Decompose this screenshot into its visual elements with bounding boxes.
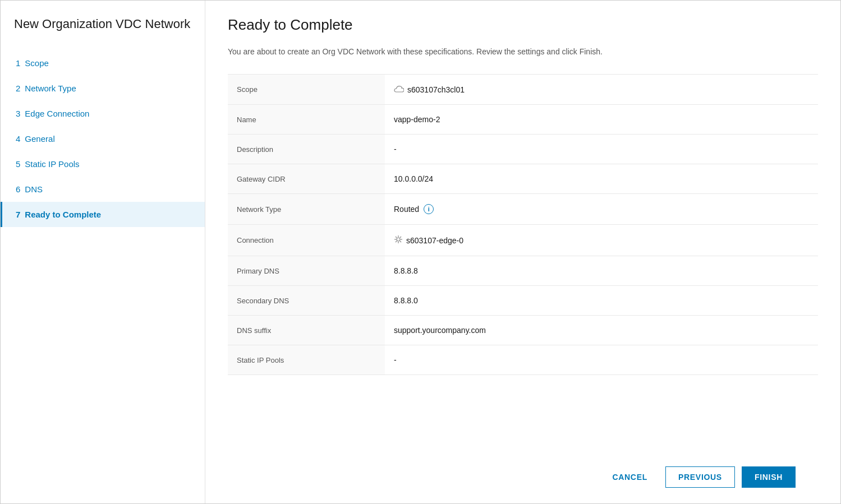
step-num-7: 7 <box>16 210 20 219</box>
row-value-secondary-dns: 8.8.8.0 <box>385 286 818 316</box>
cancel-button[interactable]: CANCEL <box>601 467 659 487</box>
footer: CANCEL PREVIOUS FINISH <box>228 455 818 503</box>
dialog-inner: New Organization VDC Network 1 Scope 2 N… <box>1 1 840 503</box>
cloud-icon <box>394 85 404 94</box>
svg-line-5 <box>396 237 397 238</box>
sidebar-label-edge-connection: Edge Connection <box>25 109 89 118</box>
connection-text: s603107-edge-0 <box>406 236 463 245</box>
row-value-static-ip-pools: - <box>385 345 818 375</box>
step-num-4: 4 <box>16 134 20 144</box>
svg-line-8 <box>396 241 397 242</box>
sidebar-item-ready-to-complete[interactable]: 7 Ready to Complete <box>1 202 205 227</box>
table-row: Scope s603107ch3cl01 <box>228 75 818 105</box>
row-label-static-ip-pools: Static IP Pools <box>228 345 385 375</box>
sidebar: New Organization VDC Network 1 Scope 2 N… <box>1 1 205 503</box>
sidebar-nav: 1 Scope 2 Network Type 3 Edge Connection… <box>1 50 205 227</box>
table-row: Name vapp-demo-2 <box>228 105 818 135</box>
svg-point-0 <box>397 238 400 241</box>
row-label-connection: Connection <box>228 225 385 256</box>
row-label-name: Name <box>228 105 385 135</box>
step-num-2: 2 <box>16 84 20 93</box>
row-label-scope: Scope <box>228 75 385 105</box>
table-row: Primary DNS 8.8.8.8 <box>228 256 818 286</box>
row-label-primary-dns: Primary DNS <box>228 256 385 286</box>
sidebar-item-static-ip-pools[interactable]: 5 Static IP Pools <box>1 151 205 177</box>
sidebar-title: New Organization VDC Network <box>1 16 205 50</box>
svg-line-7 <box>400 237 401 238</box>
step-num-3: 3 <box>16 109 20 118</box>
table-row: Description - <box>228 135 818 164</box>
dialog-wrapper: New Organization VDC Network 1 Scope 2 N… <box>0 0 841 504</box>
table-row: Gateway CIDR 10.0.0.0/24 <box>228 164 818 194</box>
svg-line-6 <box>400 241 401 242</box>
step-num-1: 1 <box>16 58 20 68</box>
scope-text: s603107ch3cl01 <box>407 85 465 94</box>
row-value-description: - <box>385 135 818 164</box>
sidebar-label-general: General <box>25 134 54 144</box>
step-num-5: 5 <box>16 159 20 169</box>
sidebar-label-dns: DNS <box>25 184 43 194</box>
sidebar-label-network-type: Network Type <box>25 84 76 93</box>
sidebar-item-network-type[interactable]: 2 Network Type <box>1 76 205 101</box>
row-value-scope: s603107ch3cl01 <box>385 75 818 105</box>
sidebar-item-dns[interactable]: 6 DNS <box>1 177 205 202</box>
sidebar-label-static-ip-pools: Static IP Pools <box>25 159 79 169</box>
sidebar-label-ready-to-complete: Ready to Complete <box>25 210 101 219</box>
row-label-description: Description <box>228 135 385 164</box>
row-value-primary-dns: 8.8.8.8 <box>385 256 818 286</box>
table-row: Secondary DNS 8.8.8.0 <box>228 286 818 316</box>
row-value-connection: s603107-edge-0 <box>385 225 818 256</box>
row-value-dns-suffix: support.yourcompany.com <box>385 316 818 345</box>
sidebar-label-scope: Scope <box>25 58 49 68</box>
summary-table: Scope s603107ch3cl01 <box>228 74 818 375</box>
table-row: DNS suffix support.yourcompany.com <box>228 316 818 345</box>
sidebar-item-general[interactable]: 4 General <box>1 126 205 151</box>
main-content: Ready to Complete You are about to creat… <box>205 1 840 503</box>
page-title: Ready to Complete <box>228 16 818 34</box>
table-row: Network Type Routed i <box>228 194 818 225</box>
info-icon[interactable]: i <box>424 204 434 214</box>
sidebar-item-edge-connection[interactable]: 3 Edge Connection <box>1 101 205 126</box>
step-num-6: 6 <box>16 184 20 194</box>
sidebar-item-scope[interactable]: 1 Scope <box>1 50 205 76</box>
table-row: Static IP Pools - <box>228 345 818 375</box>
edge-icon <box>394 235 403 246</box>
previous-button[interactable]: PREVIOUS <box>665 466 735 488</box>
row-value-network-type: Routed i <box>385 194 818 225</box>
row-value-gateway-cidr: 10.0.0.0/24 <box>385 164 818 194</box>
connection-value: s603107-edge-0 <box>394 235 809 246</box>
row-label-secondary-dns: Secondary DNS <box>228 286 385 316</box>
description-text: You are about to create an Org VDC Netwo… <box>228 47 818 56</box>
row-label-gateway-cidr: Gateway CIDR <box>228 164 385 194</box>
table-row: Connection <box>228 225 818 256</box>
scope-value: s603107ch3cl01 <box>394 85 809 94</box>
row-label-network-type: Network Type <box>228 194 385 225</box>
row-label-dns-suffix: DNS suffix <box>228 316 385 345</box>
row-value-name: vapp-demo-2 <box>385 105 818 135</box>
network-type-value: Routed i <box>394 204 809 214</box>
finish-button[interactable]: FINISH <box>742 466 796 488</box>
network-type-text: Routed <box>394 205 419 214</box>
